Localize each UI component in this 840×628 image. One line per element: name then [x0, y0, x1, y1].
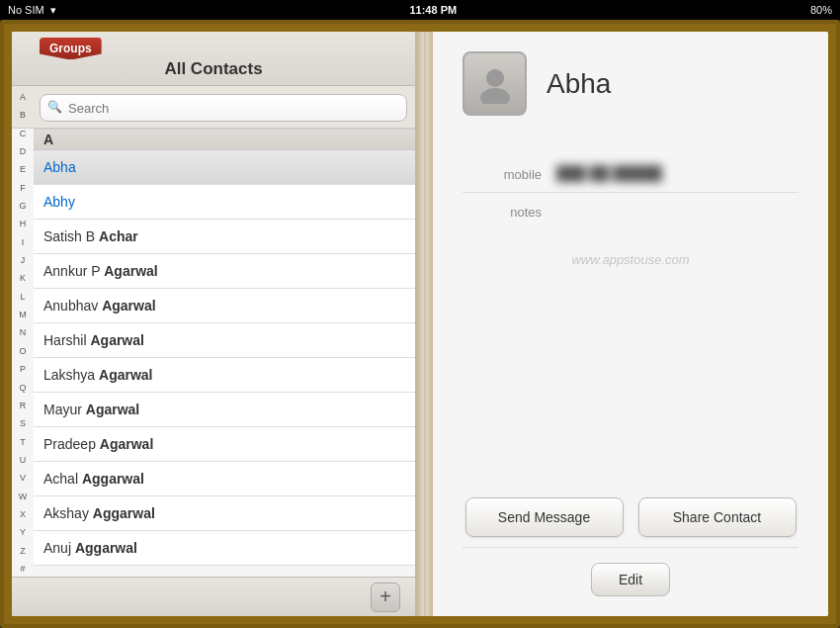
contact-first-name: Lakshya — [43, 367, 99, 383]
book-spine — [417, 32, 433, 616]
contact-item[interactable]: Abha — [34, 150, 415, 185]
contact-item[interactable]: Anuj Aggarwal — [34, 531, 415, 566]
alpha-hash[interactable]: # — [20, 565, 25, 575]
contact-first-name: Anubhav — [43, 298, 102, 314]
contact-item[interactable]: Pradeep Agarwal — [34, 427, 415, 462]
contact-first-name: Mayur — [43, 402, 86, 417]
mobile-value: ███ ██ █████ — [556, 165, 798, 181]
notes-label: notes — [462, 205, 542, 220]
status-time: 11:48 PM — [409, 4, 457, 16]
left-page: A B C D E F G H I J K L M N O P Q R S T — [12, 32, 417, 616]
alpha-u[interactable]: U — [20, 456, 27, 466]
mobile-label: mobile — [462, 165, 542, 182]
add-contact-button[interactable]: + — [371, 583, 400, 612]
alpha-b[interactable]: B — [20, 111, 26, 121]
alpha-v[interactable]: V — [20, 474, 26, 484]
alpha-t[interactable]: T — [20, 438, 26, 448]
contact-first-name: Achal — [43, 471, 82, 487]
mobile-field-row: mobile ███ ██ █████ — [462, 155, 798, 193]
contact-first-name: Abhy — [43, 194, 75, 210]
contact-first-name: Akshay — [43, 505, 93, 521]
alpha-z[interactable]: Z — [20, 547, 26, 557]
search-container: 🔍 — [12, 86, 415, 129]
contact-name: Abha — [546, 68, 611, 100]
alpha-r[interactable]: R — [20, 402, 27, 411]
alpha-d[interactable]: D — [20, 147, 27, 157]
status-bar: No SIM ▾ 11:48 PM 80% — [0, 0, 840, 20]
contacts-title: All Contacts — [164, 59, 262, 79]
contact-item[interactable]: Annkur P Agarwal — [34, 254, 415, 289]
alpha-n[interactable]: N — [20, 328, 27, 338]
alpha-k[interactable]: K — [20, 274, 26, 284]
status-left: No SIM ▾ — [8, 4, 56, 17]
contact-detail: Abha mobile ███ ██ █████ notes www.appst… — [462, 51, 798, 596]
app-container: A B C D E F G H I J K L M N O P Q R S T — [0, 20, 840, 628]
alpha-x[interactable]: X — [20, 510, 26, 520]
contact-item[interactable]: Anubhav Agarwal — [34, 289, 415, 323]
alpha-q[interactable]: Q — [19, 384, 26, 394]
contact-item[interactable]: Mayur Agarwal — [34, 393, 415, 427]
contact-last-name: Agarwal — [100, 436, 153, 452]
contact-last-name: Aggarwal — [75, 540, 137, 556]
alpha-l[interactable]: L — [20, 293, 25, 303]
contact-item[interactable]: Lakshya Agarwal — [34, 358, 415, 393]
alpha-m[interactable]: M — [19, 311, 27, 320]
right-page: Abha mobile ███ ██ █████ notes www.appst… — [433, 32, 828, 616]
alpha-i[interactable]: I — [22, 238, 25, 248]
alpha-s[interactable]: S — [20, 419, 26, 429]
contacts-list[interactable]: A Abha Abhy Satish B Achar Annkur P Agar… — [12, 129, 415, 577]
alpha-c[interactable]: C — [20, 130, 27, 139]
contact-first-name: Abha — [43, 159, 76, 175]
alpha-p[interactable]: P — [20, 365, 26, 375]
contact-first-name: Pradeep — [43, 436, 100, 452]
alpha-f[interactable]: F — [20, 184, 26, 194]
contact-item[interactable]: Satish B Achar — [34, 220, 415, 254]
carrier-label: No SIM — [8, 4, 44, 16]
contact-item[interactable]: Harshil Agarwal — [34, 323, 415, 358]
contact-last-name: Achar — [99, 228, 138, 244]
contact-first-name: Satish B — [43, 228, 99, 244]
alpha-y[interactable]: Y — [20, 528, 26, 538]
action-buttons: Send Message Share Contact — [462, 478, 798, 537]
watermark: www.appstouse.com — [462, 252, 798, 267]
alpha-o[interactable]: O — [19, 347, 26, 357]
alpha-w[interactable]: W — [19, 493, 28, 502]
battery-label: 80% — [810, 4, 832, 16]
contact-last-name: Agarwal — [99, 367, 152, 383]
status-right: 80% — [810, 4, 832, 16]
send-message-button[interactable]: Send Message — [465, 497, 624, 537]
contact-detail-header: Abha — [462, 51, 798, 131]
add-button-bar: + — [12, 577, 415, 616]
search-input[interactable] — [40, 94, 407, 122]
alpha-g[interactable]: G — [19, 202, 26, 212]
contact-last-name: Agarwal — [104, 263, 157, 279]
alpha-j[interactable]: J — [21, 256, 26, 266]
avatar — [462, 51, 527, 116]
person-icon — [475, 64, 515, 104]
edit-area: Edit — [462, 547, 798, 596]
contact-item[interactable]: Abhy — [34, 185, 415, 220]
alpha-e[interactable]: E — [20, 165, 26, 175]
book: A B C D E F G H I J K L M N O P Q R S T — [12, 32, 828, 616]
contact-item[interactable]: Achal Aggarwal — [34, 462, 415, 496]
contact-last-name: Agarwal — [90, 332, 143, 348]
share-contact-button[interactable]: Share Contact — [638, 497, 797, 537]
wifi-icon: ▾ — [50, 4, 56, 17]
svg-point-1 — [480, 88, 510, 104]
search-wrapper: 🔍 — [40, 94, 407, 122]
svg-point-0 — [486, 69, 504, 87]
contact-last-name: Agarwal — [86, 402, 139, 417]
alpha-h[interactable]: H — [20, 220, 27, 229]
contacts-header: Groups All Contacts — [12, 32, 415, 86]
edit-button[interactable]: Edit — [591, 563, 670, 596]
contact-first-name: Harshil — [43, 332, 90, 348]
alphabet-sidebar[interactable]: A B C D E F G H I J K L M N O P Q R S T — [12, 91, 34, 577]
contact-last-name: Agarwal — [102, 298, 155, 314]
alpha-a[interactable]: A — [20, 93, 26, 103]
plus-icon: + — [379, 585, 391, 608]
contact-first-name: Annkur P — [43, 263, 104, 279]
groups-button[interactable]: Groups — [40, 38, 102, 59]
section-header-a: A — [34, 129, 415, 150]
contact-last-name: Aggarwal — [93, 505, 155, 521]
contact-item[interactable]: Akshay Aggarwal — [34, 496, 415, 531]
